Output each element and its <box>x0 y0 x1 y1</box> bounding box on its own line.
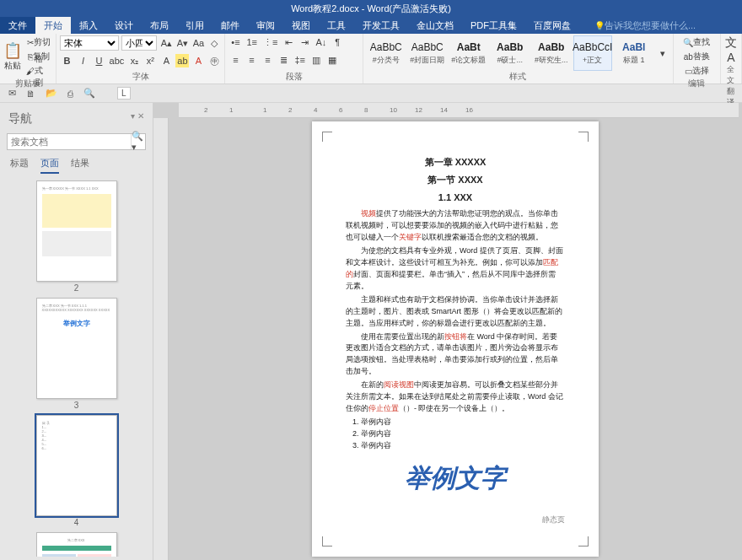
numbering-icon[interactable]: 1≡ <box>245 35 259 49</box>
bullets-icon[interactable]: •≡ <box>229 35 242 49</box>
italic-button[interactable]: I <box>76 54 89 67</box>
subscript-button[interactable]: x₂ <box>127 54 141 67</box>
sort-icon[interactable]: A↓ <box>314 35 328 49</box>
superscript-button[interactable]: x² <box>143 54 157 67</box>
example-list: 举例内容 举例内容 举例内容 <box>361 417 565 452</box>
document-area[interactable]: 21 12 46 810 1214 16 第一章 XXXXX 第一节 XXXX … <box>153 103 742 560</box>
nav-title: 导航▾ ✕ <box>8 111 144 127</box>
menu-devtools[interactable]: 开发工具 <box>354 17 408 34</box>
menu-insert[interactable]: 插入 <box>71 17 106 34</box>
justify-icon[interactable]: ≣ <box>277 53 290 67</box>
style-item-1[interactable]: AaBbC#封面日期 <box>408 35 447 71</box>
menu-baidu[interactable]: 百度网盘 <box>525 17 579 34</box>
thumbnail-3[interactable]: 第二章 XXX 第一节 XXX 1.1.1 XXXXXXXXXXX XXXXXX… <box>36 298 117 410</box>
nav-close-icon[interactable]: ▾ ✕ <box>131 111 144 121</box>
menu-design[interactable]: 设计 <box>106 17 142 34</box>
select-button[interactable]: ▭ 选择 <box>677 64 717 78</box>
align-center-icon[interactable]: ≡ <box>245 53 258 67</box>
font-color-button[interactable]: A <box>191 54 205 67</box>
para-2: 为使您的文档具有专业外观，Word 提供了页眉、页脚、封面和文本框设计。这些设计… <box>346 245 565 293</box>
styles-gallery[interactable]: AaBbC#分类号 AaBbC#封面日期 AaBt#论文标题 AaBb#硕士..… <box>367 35 669 71</box>
style-item-0[interactable]: AaBbC#分类号 <box>367 35 406 71</box>
style-item-4[interactable]: AaBb#研究生... <box>532 35 571 71</box>
paste-button[interactable]: 📋 粘贴 <box>3 41 22 72</box>
shading-icon[interactable]: ▥ <box>309 53 323 67</box>
menu-references[interactable]: 引用 <box>177 17 212 34</box>
heading-2: 第一节 XXXX <box>346 173 565 187</box>
nav-searchbox[interactable]: 🔍▾ <box>7 133 146 150</box>
menu-home[interactable]: 开始 <box>35 17 71 34</box>
menu-layout[interactable]: 布局 <box>142 17 177 34</box>
show-marks-icon[interactable]: ¶ <box>331 35 344 49</box>
decrease-indent-icon[interactable]: ⇤ <box>282 35 295 49</box>
qat-email-icon[interactable]: ✉ <box>8 88 16 99</box>
line-spacing-icon[interactable]: ‡≡ <box>293 53 307 67</box>
change-case-icon[interactable]: Aa <box>191 36 205 50</box>
para-4: 使用在需要位置出现的新按钮将在 Word 中保存时间。若要更改图片适合文档的方式… <box>346 331 565 379</box>
align-left-icon[interactable]: ≡ <box>229 53 242 67</box>
qat-preview-icon[interactable]: 🔍 <box>83 88 95 99</box>
thumbnail-list[interactable]: 第一章 XXXXX 第一节 XXXX 1.1 XXX 2 第二章 XXX 第一节… <box>7 179 146 557</box>
group-styles: AaBbC#分类号 AaBbC#封面日期 AaBt#论文标题 AaBb#硕士..… <box>363 34 674 83</box>
multilevel-icon[interactable]: ⋮≡ <box>261 35 279 49</box>
search-input[interactable] <box>8 134 131 149</box>
increase-font-icon[interactable]: A▴ <box>159 36 173 50</box>
qat-new-icon[interactable]: 🗎 <box>26 89 35 99</box>
menu-tools[interactable]: 工具 <box>319 17 354 34</box>
strike-button[interactable]: abc <box>108 54 125 67</box>
horizontal-ruler[interactable]: 21 12 46 810 1214 16 <box>179 103 739 118</box>
title-text: Word教程2.docx - Word(产品激活失败) <box>291 3 451 15</box>
paste-label: 粘贴 <box>4 60 21 72</box>
qat-quickprint-icon[interactable]: ⎙ <box>67 89 73 99</box>
tab-pages[interactable]: 页面 <box>40 157 59 174</box>
replace-button[interactable]: ab 替换 <box>677 50 717 63</box>
font-size-select[interactable]: 小四 <box>121 35 157 51</box>
qat-l-button[interactable]: L <box>117 87 131 100</box>
text-effect-icon[interactable]: A <box>159 54 173 67</box>
tab-headings[interactable]: 标题 <box>10 157 29 174</box>
thumbnail-4[interactable]: 目 录1...2...3...4...5...6... 4 <box>36 415 117 527</box>
align-right-icon[interactable]: ≡ <box>261 53 274 67</box>
thumbnail-5[interactable]: 第二章XXX <box>36 532 117 557</box>
cut-button[interactable]: ✂ 剪切 <box>24 35 52 49</box>
paragraph-group-label: 段落 <box>229 71 358 83</box>
para-3: 主题和样式也有助于文档保持协调。当你单击设计并选择新的主题时，图片、图表或 Sm… <box>346 294 565 330</box>
style-item-5[interactable]: AaBbCcI+正文 <box>573 35 612 71</box>
menu-pdf[interactable]: PDF工具集 <box>462 17 525 34</box>
menu-review[interactable]: 审阅 <box>248 17 283 34</box>
menu-jinshan[interactable]: 金山文档 <box>408 17 462 34</box>
decrease-font-icon[interactable]: A▾ <box>175 36 189 50</box>
title-bar: Word教程2.docx - Word(产品激活失败) <box>0 0 742 17</box>
enclose-char-icon[interactable]: ㊥ <box>207 54 221 67</box>
quick-access-toolbar: ✉ 🗎 📂 ⎙ 🔍 L <box>0 84 742 103</box>
tellme-search[interactable]: 告诉我您想要做什么... <box>586 17 704 34</box>
vertical-ruler[interactable] <box>153 118 169 560</box>
font-group-label: 字体 <box>60 71 221 83</box>
font-name-select[interactable]: 宋体 <box>60 35 119 51</box>
search-icon[interactable]: 🔍▾ <box>131 134 145 149</box>
bold-button[interactable]: B <box>60 54 73 67</box>
format-painter-button[interactable]: 🖌 格式刷 <box>24 64 52 78</box>
highlight-button[interactable]: ab <box>175 54 189 67</box>
group-editing: 🔍 查找 ab 替换 ▭ 选择 编辑 <box>674 34 721 83</box>
underline-button[interactable]: U <box>92 54 105 67</box>
menu-mailings[interactable]: 邮件 <box>212 17 248 34</box>
borders-icon[interactable]: ▦ <box>325 53 339 67</box>
nav-tabs: 标题 页面 结果 <box>10 157 142 174</box>
style-item-2[interactable]: AaBt#论文标题 <box>449 35 488 71</box>
increase-indent-icon[interactable]: ⇥ <box>298 35 311 49</box>
paste-icon: 📋 <box>3 41 22 60</box>
menu-file[interactable]: 文件 <box>0 17 35 34</box>
qat-open-icon[interactable]: 📂 <box>46 88 57 99</box>
styles-group-label: 样式 <box>367 71 669 83</box>
thumbnail-2[interactable]: 第一章 XXXXX 第一节 XXXX 1.1 XXX 2 <box>36 180 117 293</box>
styles-more-icon[interactable]: ▾ <box>656 46 669 60</box>
document-page[interactable]: 第一章 XXXXX 第一节 XXXX 1.1 XXX 视频提供了功能强大的方法帮… <box>312 121 599 557</box>
style-item-6[interactable]: AaBl标题 1 <box>615 35 653 71</box>
clear-format-icon[interactable]: ◇ <box>207 36 221 50</box>
menu-view[interactable]: 视图 <box>283 17 319 34</box>
translate-icon[interactable]: 文A <box>724 35 738 64</box>
find-button[interactable]: 🔍 查找 <box>677 35 717 49</box>
tab-results[interactable]: 结果 <box>71 157 89 174</box>
style-item-3[interactable]: AaBb#硕士... <box>491 35 530 71</box>
